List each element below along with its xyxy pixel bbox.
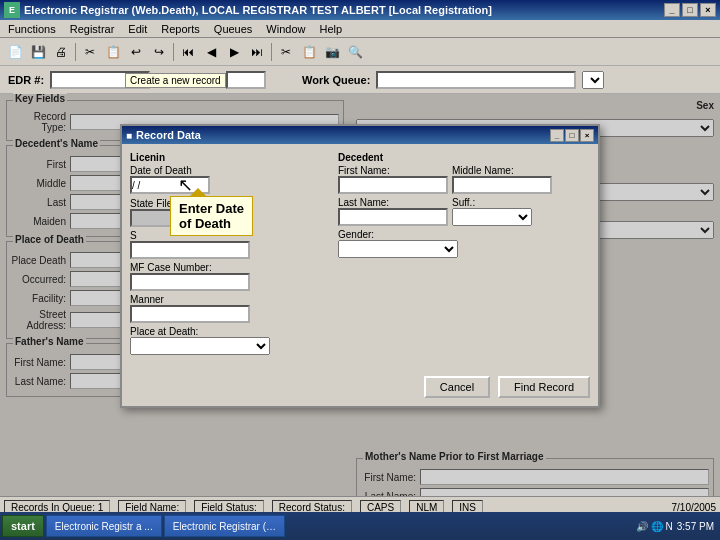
dec-suffix-label: Suff.: — [452, 197, 532, 208]
print-icon[interactable]: 🖨 — [50, 41, 72, 63]
cut-icon[interactable]: ✂ — [79, 41, 101, 63]
place-at-death-label: Place at Death: — [130, 326, 330, 337]
camera-icon[interactable]: 📷 — [321, 41, 343, 63]
decedent-section-label: Decedent — [338, 152, 590, 163]
menu-bar: Functions Registrar Edit Reports Queues … — [0, 20, 720, 38]
taskbar: start Electronic Registr a ... Electroni… — [0, 512, 720, 540]
dec-middle-label: Middle Name: — [452, 165, 552, 176]
dialog-icon: ■ — [126, 130, 132, 141]
toolbar-sep2 — [173, 43, 174, 61]
menu-help[interactable]: Help — [313, 22, 348, 36]
dialog-row1: Licenin Date of Death ↖ Enter D — [130, 152, 590, 358]
dec-middle-input[interactable] — [452, 176, 552, 194]
taskbar-item-2[interactable]: Electronic Registrar (… — [164, 515, 285, 537]
window-title: Electronic Registrar (Web.Death), LOCAL … — [24, 4, 492, 16]
ss-input[interactable] — [130, 241, 250, 259]
dec-suffix-select[interactable] — [452, 208, 532, 226]
minimize-button[interactable]: _ — [664, 3, 680, 17]
licenin-label: Licenin — [130, 152, 330, 163]
toolbar: 📄 💾 🖨 ✂ 📋 ↩ ↪ ⏮ ◀ ▶ ⏭ ✂ 📋 📷 🔍 — [0, 38, 720, 66]
maximize-button[interactable]: □ — [682, 3, 698, 17]
dialog-minimize[interactable]: _ — [550, 129, 564, 142]
work-queue-select[interactable] — [582, 71, 604, 89]
title-bar-buttons: _ □ × — [664, 3, 716, 17]
manner-input[interactable] — [130, 305, 250, 323]
redo-icon[interactable]: ↪ — [148, 41, 170, 63]
copy-icon[interactable]: 📋 — [102, 41, 124, 63]
modal-overlay: ■ Record Data _ □ × Licenin Date of Deat… — [0, 94, 720, 496]
dec-last-input[interactable] — [338, 208, 448, 226]
dialog-content: Licenin Date of Death ↖ Enter D — [122, 144, 598, 372]
dec-first-input[interactable] — [338, 176, 448, 194]
tooltip-arrow — [190, 188, 206, 196]
dec-first-label: First Name: — [338, 165, 448, 176]
work-queue-input[interactable] — [376, 71, 576, 89]
tooltip-wrapper: ↖ Enter Date of Death — [170, 196, 253, 236]
mr-case-input[interactable] — [130, 273, 250, 291]
new-icon[interactable]: 📄 — [4, 41, 26, 63]
cancel-button[interactable]: Cancel — [424, 376, 490, 398]
dialog-buttons-bar: _ □ × — [550, 129, 594, 142]
first-icon[interactable]: ⏮ — [177, 41, 199, 63]
start-button[interactable]: start — [2, 515, 44, 537]
taskbar-item-1[interactable]: Electronic Registr a ... — [46, 515, 162, 537]
dtp-input[interactable] — [226, 71, 266, 89]
date-of-death-label: Date of Death — [130, 165, 330, 176]
toolbar-sep3 — [271, 43, 272, 61]
dec-gender-label: Gender: — [338, 229, 590, 240]
menu-registrar[interactable]: Registrar — [64, 22, 121, 36]
find-record-button[interactable]: Find Record — [498, 376, 590, 398]
menu-functions[interactable]: Functions — [2, 22, 62, 36]
place-at-death-select[interactable] — [130, 337, 270, 355]
menu-window[interactable]: Window — [260, 22, 311, 36]
search-icon[interactable]: 🔍 — [344, 41, 366, 63]
dec-last-label: Last Name: — [338, 197, 448, 208]
undo-icon[interactable]: ↩ — [125, 41, 147, 63]
taskbar-right: 🔊 🌐 N 3:57 PM — [636, 521, 718, 532]
paste-icon[interactable]: 📋 — [298, 41, 320, 63]
scissors-icon[interactable]: ✂ — [275, 41, 297, 63]
dialog-title-bar: ■ Record Data _ □ × — [122, 126, 598, 144]
dialog-close[interactable]: × — [580, 129, 594, 142]
dialog-title: Record Data — [136, 129, 201, 141]
edr-label: EDR #: — [8, 74, 44, 86]
title-bar: E Electronic Registrar (Web.Death), LOCA… — [0, 0, 720, 20]
manner-label: Manner — [130, 294, 330, 305]
mr-case-label: MF Case Number: — [130, 262, 330, 273]
create-tooltip: Create a new record — [125, 73, 226, 88]
last-icon[interactable]: ⏭ — [246, 41, 268, 63]
record-data-dialog: ■ Record Data _ □ × Licenin Date of Deat… — [120, 124, 600, 408]
system-icons: 🔊 🌐 N — [636, 521, 673, 532]
dialog-action-buttons: Cancel Find Record — [122, 372, 598, 406]
clock: 3:57 PM — [677, 521, 714, 532]
edr-row: EDR #: Create a new record Litx: DTP: Wo… — [0, 66, 720, 94]
work-queue-label: Work Queue: — [302, 74, 370, 86]
dialog-maximize[interactable]: □ — [565, 129, 579, 142]
menu-edit[interactable]: Edit — [122, 22, 153, 36]
main-content: Key Fields Record Type: Decedent's Name … — [0, 94, 720, 518]
app-icon: E — [4, 2, 20, 18]
menu-reports[interactable]: Reports — [155, 22, 206, 36]
prev-icon[interactable]: ◀ — [200, 41, 222, 63]
next-icon[interactable]: ▶ — [223, 41, 245, 63]
toolbar-sep1 — [75, 43, 76, 61]
enter-date-tooltip: Enter Date of Death — [170, 196, 253, 236]
menu-queues[interactable]: Queues — [208, 22, 259, 36]
close-button[interactable]: × — [700, 3, 716, 17]
dec-gender-select[interactable] — [338, 240, 458, 258]
save-icon[interactable]: 💾 — [27, 41, 49, 63]
